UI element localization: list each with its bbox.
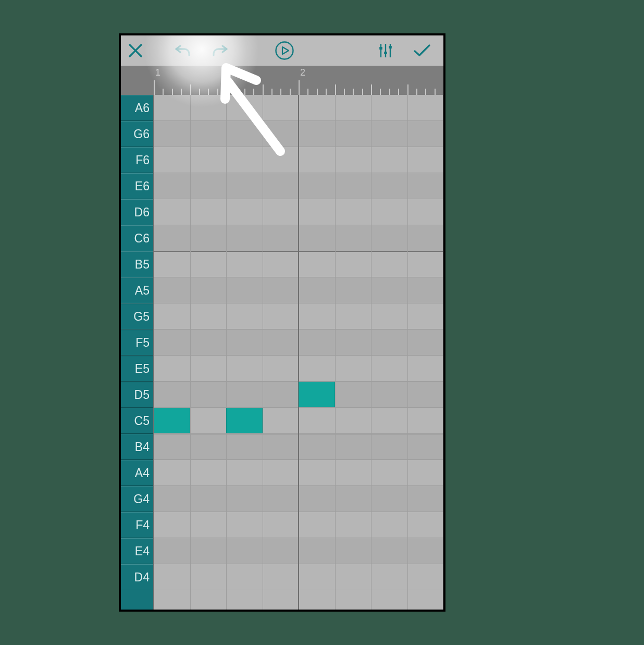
ruler-tick xyxy=(271,89,273,95)
key-B4[interactable]: B4 xyxy=(121,434,154,460)
mixer-button[interactable] xyxy=(371,35,400,66)
ruler-tick xyxy=(371,84,372,95)
undo-icon xyxy=(174,43,192,58)
key-A6[interactable]: A6 xyxy=(121,95,154,121)
ruler-tick xyxy=(389,89,390,95)
play-icon xyxy=(275,41,294,60)
grid-column-line xyxy=(298,95,299,610)
ruler-tick xyxy=(307,89,308,95)
key-B5[interactable]: B5 xyxy=(121,251,154,277)
ruler-tick xyxy=(344,89,345,95)
svg-point-0 xyxy=(276,42,293,59)
redo-icon xyxy=(211,43,229,58)
app-frame: 122 A6G6F6E6D6C6B5A5G5F5E5D5C5B4A4G4F4E4… xyxy=(120,34,444,611)
stage: 122 A6G6F6E6D6C6B5A5G5F5E5D5C5B4A4G4F4E4… xyxy=(0,0,644,645)
svg-rect-6 xyxy=(389,46,392,48)
ruler-tick xyxy=(163,89,164,95)
ruler-tick xyxy=(199,89,200,95)
key-E5[interactable]: E5 xyxy=(121,356,154,382)
ruler-tick xyxy=(335,84,336,95)
grid-column-line xyxy=(335,95,336,610)
key-A4[interactable]: A4 xyxy=(121,460,154,486)
ruler-tick xyxy=(263,84,264,95)
mixer-icon xyxy=(377,42,394,59)
ruler-tick xyxy=(353,89,354,95)
confirm-button[interactable] xyxy=(407,35,437,66)
close-icon xyxy=(128,43,143,58)
undo-button[interactable] xyxy=(168,35,197,66)
grid-column-line xyxy=(443,95,443,610)
grid-column-line xyxy=(407,95,408,610)
ruler-tick xyxy=(208,89,209,95)
key-G4[interactable]: G4 xyxy=(121,486,154,512)
key-D5[interactable]: D5 xyxy=(121,382,154,408)
ruler-tick xyxy=(235,89,236,95)
ruler-tick xyxy=(317,89,318,95)
ruler-tick xyxy=(425,89,426,95)
ruler-tick xyxy=(435,89,436,95)
ruler-tick xyxy=(172,89,173,95)
ruler-tick xyxy=(253,89,254,95)
ruler-tick xyxy=(380,89,381,95)
timeline-ruler[interactable]: 122 xyxy=(121,66,443,95)
key-C5[interactable]: C5 xyxy=(121,408,154,434)
grid-column-line xyxy=(153,95,154,610)
key-F4[interactable]: F4 xyxy=(121,512,154,538)
note-D5[interactable] xyxy=(299,382,335,407)
grid-column-line xyxy=(226,95,227,610)
ruler-tick xyxy=(244,89,245,95)
key-A5[interactable]: A5 xyxy=(121,277,154,303)
ruler-tick xyxy=(407,84,408,95)
ruler-tick xyxy=(190,84,191,95)
key-E6[interactable]: E6 xyxy=(121,173,154,199)
note-grid[interactable] xyxy=(154,95,443,610)
ruler-tick xyxy=(326,89,327,95)
app: 122 A6G6F6E6D6C6B5A5G5F5E5D5C5B4A4G4F4E4… xyxy=(121,35,443,610)
grid-column-line xyxy=(371,95,371,610)
key-column: A6G6F6E6D6C6B5A5G5F5E5D5C5B4A4G4F4E4D4 xyxy=(121,95,154,610)
note-C5[interactable] xyxy=(226,408,263,433)
toolbar xyxy=(121,35,443,66)
key-G6[interactable]: G6 xyxy=(121,121,154,147)
play-button[interactable] xyxy=(270,35,299,66)
check-icon xyxy=(413,43,431,58)
key-F5[interactable]: F5 xyxy=(121,330,154,356)
ruler-tick xyxy=(299,80,300,95)
note-C5[interactable] xyxy=(154,408,190,433)
grid-column-line xyxy=(190,95,191,610)
key-C6[interactable]: C6 xyxy=(121,225,154,251)
key-D4[interactable]: D4 xyxy=(121,564,154,590)
ruler-tick xyxy=(217,89,218,95)
svg-rect-4 xyxy=(379,47,382,50)
key-E4[interactable]: E4 xyxy=(121,538,154,564)
key-F6[interactable]: F6 xyxy=(121,147,154,173)
ruler-tick xyxy=(154,80,155,95)
ruler-tick xyxy=(416,89,417,95)
key-D6[interactable]: D6 xyxy=(121,199,154,225)
ruler-tick xyxy=(280,89,281,95)
beat-label: 2 xyxy=(300,67,305,78)
ruler-tick xyxy=(181,89,182,95)
piano-roll: A6G6F6E6D6C6B5A5G5F5E5D5C5B4A4G4F4E4D4 xyxy=(121,95,443,610)
redo-button[interactable] xyxy=(205,35,234,66)
svg-rect-5 xyxy=(384,52,387,54)
ruler-tick xyxy=(290,89,291,95)
close-button[interactable] xyxy=(121,35,150,66)
beat-label: 1 xyxy=(155,67,160,78)
grid-column-line xyxy=(263,95,263,610)
key-G5[interactable]: G5 xyxy=(121,303,154,330)
ruler-tick xyxy=(398,89,399,95)
ruler-tick xyxy=(362,89,363,95)
ruler-tick xyxy=(226,84,227,95)
